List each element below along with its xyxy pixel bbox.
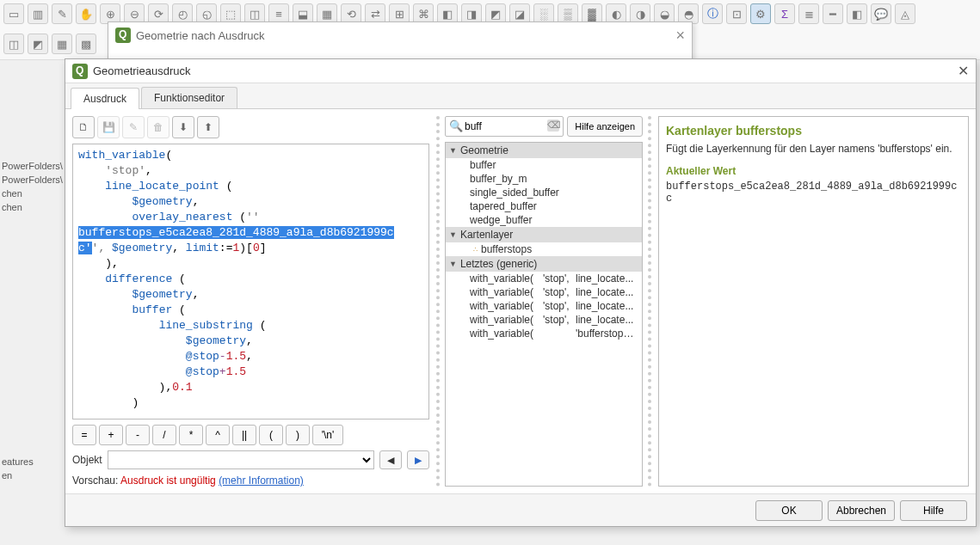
- qgis-icon: [72, 64, 88, 79]
- help-panel: Kartenlayer bufferstops Fügt die Layerke…: [658, 116, 969, 487]
- op-power[interactable]: ^: [206, 425, 230, 445]
- export-icon[interactable]: ⬆: [197, 116, 219, 138]
- dialog-footer: OK Abbrechen Hilfe: [65, 493, 976, 526]
- tree-item[interactable]: tapered_buffer: [446, 199, 642, 213]
- tree-item[interactable]: wedge_buffer: [446, 213, 642, 227]
- toolbar-button[interactable]: ⊡: [726, 3, 747, 24]
- dialog1-title: Geometrie nach Ausdruck: [136, 29, 675, 42]
- close-icon[interactable]: ×: [675, 27, 685, 45]
- operator-row: = + - / * ^ || ( ) '\n': [72, 425, 429, 445]
- tree-item[interactable]: single_sided_buffer: [446, 186, 642, 199]
- import-icon[interactable]: ⬇: [172, 116, 194, 138]
- tree-item[interactable]: with_variable('stop',line_locate...: [446, 313, 642, 327]
- op-multiply[interactable]: *: [179, 425, 203, 445]
- op-newline[interactable]: '\n': [312, 425, 343, 445]
- tree-item[interactable]: with_variable('stop',line_locate...: [446, 285, 642, 299]
- toolbar-button[interactable]: ◫: [3, 34, 24, 54]
- object-label: Objekt: [72, 454, 102, 466]
- tree-group-geometry[interactable]: ▼Geometrie: [446, 143, 642, 158]
- toolbar-button[interactable]: ━: [823, 3, 843, 24]
- more-info-link[interactable]: (mehr Information): [219, 475, 304, 487]
- tree-item[interactable]: with_variable('stop',line_locate...: [446, 272, 642, 285]
- delete-icon[interactable]: 🗑: [147, 116, 169, 138]
- gear-icon[interactable]: ⚙: [750, 3, 771, 24]
- tab-expression[interactable]: Ausdruck: [71, 88, 139, 109]
- tab-bar: Ausdruck Funktionseditor: [65, 83, 976, 109]
- object-select[interactable]: [108, 450, 374, 469]
- new-file-icon[interactable]: 🗋: [72, 116, 95, 138]
- tree-group-maplayers[interactable]: ▼Kartenlayer: [446, 227, 642, 242]
- tree-item[interactable]: buffer: [446, 158, 642, 172]
- toolbar-button[interactable]: ◧: [847, 3, 867, 24]
- tooltip-icon[interactable]: 💬: [871, 3, 891, 24]
- sigma-icon[interactable]: Σ: [774, 3, 795, 24]
- cancel-button[interactable]: Abbrechen: [828, 500, 895, 521]
- dialog2-title: Geometrieausdruck: [93, 64, 958, 77]
- show-help-button[interactable]: Hilfe anzeigen: [567, 116, 643, 137]
- dialog-geometry-by-expression: Geometrie nach Ausdruck ×: [108, 21, 693, 60]
- expression-toolbar: 🗋 💾 ✎ 🗑 ⬇ ⬆: [72, 116, 429, 138]
- dialog-geometry-expression: Geometrieausdruck ✕ Ausdruck Funktionsed…: [65, 58, 977, 527]
- toolbar-button[interactable]: ✎: [52, 3, 72, 24]
- edit-icon[interactable]: ✎: [122, 116, 145, 138]
- help-current-value: bufferstops_e5ca2ea8_281d_4889_a9la_d8b6…: [666, 181, 961, 205]
- op-minus[interactable]: -: [126, 425, 150, 445]
- op-divide[interactable]: /: [152, 425, 176, 445]
- search-icon: 🔍: [449, 119, 463, 132]
- toolbar-button[interactable]: ≣: [798, 3, 819, 24]
- toolbar-button[interactable]: ▦: [52, 34, 72, 54]
- tree-item[interactable]: buffer_by_m: [446, 172, 642, 186]
- op-rparen[interactable]: ): [286, 425, 310, 445]
- toolbar-button[interactable]: ✋: [76, 3, 96, 24]
- op-equals[interactable]: =: [72, 425, 96, 445]
- clear-icon[interactable]: ⌫: [547, 119, 559, 132]
- expression-editor[interactable]: with_variable( 'stop', line_locate_point…: [72, 144, 429, 419]
- toolbar-button[interactable]: ▭: [3, 3, 24, 24]
- tree-group-recent[interactable]: ▼Letztes (generic): [446, 256, 642, 272]
- side-panel-text: PowerFolders\ PowerFolders\ chen chen ea…: [0, 159, 60, 482]
- next-button[interactable]: ▶: [407, 450, 429, 469]
- tree-item[interactable]: with_variable('bufferstop_8f1bc1...: [446, 327, 642, 340]
- ok-button[interactable]: OK: [755, 500, 823, 521]
- toolbar-button[interactable]: ◬: [895, 3, 915, 24]
- op-concat[interactable]: ||: [232, 425, 256, 445]
- op-plus[interactable]: +: [99, 425, 123, 445]
- toolbar-button[interactable]: ◩: [28, 34, 48, 54]
- close-icon[interactable]: ✕: [958, 63, 969, 79]
- prev-button[interactable]: ◀: [379, 450, 402, 469]
- tree-item[interactable]: with_variable('stop',line_locate...: [446, 299, 642, 313]
- function-tree[interactable]: ▼Geometrie buffer buffer_by_m single_sid…: [445, 142, 643, 487]
- op-lparen[interactable]: (: [259, 425, 283, 445]
- help-title: Kartenlayer bufferstops: [666, 124, 961, 138]
- point-layer-icon: ∴: [473, 246, 478, 254]
- toolbar-button[interactable]: ▩: [76, 34, 96, 54]
- tree-item-layer[interactable]: ∴bufferstops: [446, 242, 642, 256]
- help-description: Fügt die Layerkennung für den Layer name…: [666, 143, 961, 155]
- identify-icon[interactable]: ⓘ: [702, 3, 723, 24]
- help-button[interactable]: Hilfe: [900, 500, 967, 521]
- save-icon[interactable]: 💾: [97, 116, 120, 138]
- preview-row: Vorschau: Ausdruck ist ungültig (mehr In…: [72, 475, 429, 487]
- tab-function-editor[interactable]: Funktionseditor: [141, 87, 237, 108]
- toolbar-button[interactable]: ▥: [28, 3, 48, 24]
- qgis-icon: [115, 28, 131, 43]
- help-current-label: Aktueller Wert: [666, 165, 961, 177]
